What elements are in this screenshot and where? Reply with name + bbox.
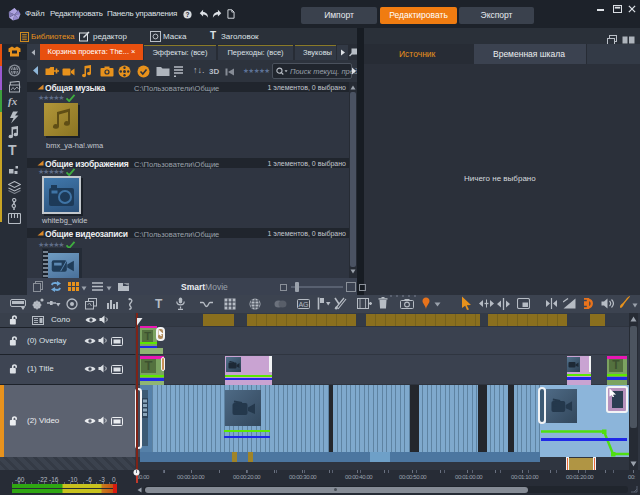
svg-text:AG: AG	[298, 301, 308, 308]
svg-text:?: ?	[186, 11, 190, 18]
